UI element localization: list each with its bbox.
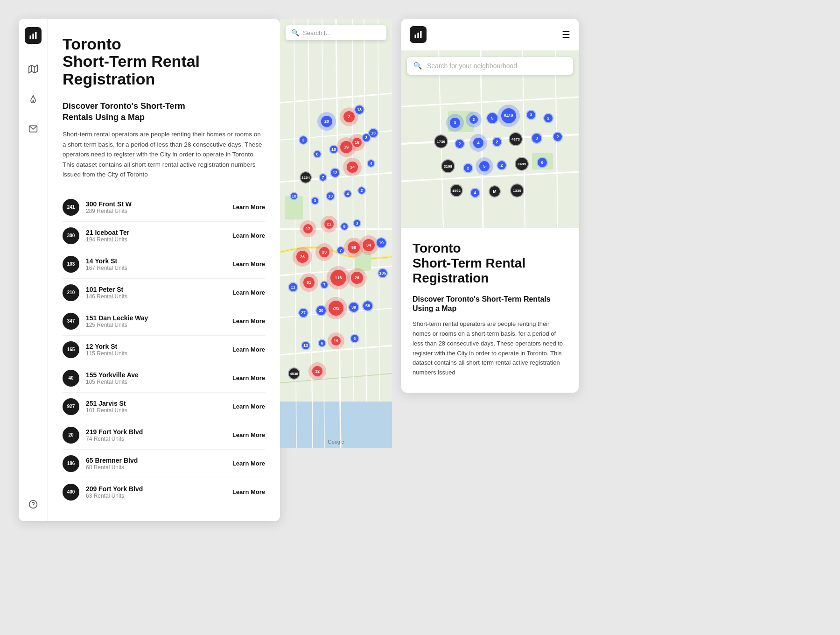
map-dot[interactable]: 27 [298,308,308,318]
map-dot[interactable]: 8 [340,222,349,231]
map-dot[interactable]: 3 [353,219,361,227]
map-dot[interactable]: 13 [368,128,378,138]
map-dot[interactable]: 30 [315,305,327,316]
map-dot[interactable]: 11 [288,282,298,292]
mobile-map-dot[interactable]: 2 [553,132,563,142]
map-dot[interactable]: 26 [295,250,309,264]
map-search-bar[interactable]: 🔍 Search f... [286,25,386,40]
map-dot[interactable]: 13 [326,191,335,201]
sidebar-item-map[interactable] [25,61,42,78]
learn-more-link[interactable]: Learn More [232,318,265,325]
sidebar-item-help[interactable] [25,496,42,513]
learn-more-link[interactable]: Learn More [232,431,265,438]
mobile-map-dot[interactable]: 2 [455,139,465,149]
mobile-map-dot[interactable]: 1736 [434,134,448,148]
map-dot[interactable]: 58 [347,240,361,254]
mobile-map-dot[interactable]: 4673 [509,132,523,146]
mobile-map-dot[interactable]: 3 [531,133,542,144]
map-dot[interactable]: 4 [367,159,375,168]
map-dot[interactable]: 2 [357,186,366,195]
map-dot[interactable]: 4538 [288,367,300,380]
learn-more-link[interactable]: Learn More [232,261,265,268]
map-dot[interactable]: 3254 [300,171,312,183]
learn-more-link[interactable]: Learn More [232,488,265,495]
learn-more-link[interactable]: Learn More [232,403,265,410]
learn-more-link[interactable]: Learn More [232,232,265,239]
map-dot[interactable]: 7 [336,246,345,254]
mobile-map-dot[interactable]: 5418 [500,107,517,124]
map-dot[interactable]: 105 [378,268,388,278]
map-dot[interactable]: 10 [329,145,338,154]
learn-more-link[interactable]: Learn More [232,204,265,211]
map-dot[interactable]: 7 [319,173,327,182]
mobile-map-dot[interactable]: M [489,185,501,198]
map-dot[interactable]: 16 [351,137,363,148]
svg-rect-1 [32,34,34,39]
mobile-map-dot[interactable]: 3 [449,117,461,129]
learn-more-link[interactable]: Learn More [232,374,265,381]
map-dot[interactable]: 17 [302,223,314,234]
map-dot[interactable]: 4 [343,190,352,198]
mobile-map-dot[interactable]: 2 [469,114,479,125]
list-item: 347 151 Dan Leckie Way 125 Rental Units … [63,307,265,335]
mobile-map-dot[interactable]: 2 [543,113,553,123]
hamburger-menu[interactable]: ☰ [562,29,570,40]
map-dot[interactable]: 39 [348,302,359,313]
sidebar-item-mail[interactable] [25,120,42,137]
learn-more-link[interactable]: Learn More [232,346,265,353]
sidebar-item-fire[interactable] [25,91,42,107]
mobile-search-icon: 🔍 [413,62,422,70]
mobile-map-dot[interactable]: 4 [472,137,484,149]
listing-info: 101 Peter St 146 Rental Units [86,286,232,300]
map-dot[interactable]: 3 [299,135,308,145]
map-dot[interactable]: 13 [354,105,364,115]
mobile-logo[interactable] [410,26,427,43]
mobile-map-dot[interactable]: 5 [478,160,490,172]
map-dot[interactable]: 2 [343,110,356,123]
learn-more-link[interactable]: Learn More [232,289,265,296]
map-dot[interactable]: 7 [320,281,329,289]
map-dot[interactable]: 51 [302,276,315,289]
listing-badge: 400 [63,484,79,501]
map-dot[interactable]: 34 [346,161,359,174]
mobile-map-dot[interactable]: 2 [492,137,502,147]
svg-rect-0 [29,35,31,39]
mobile-map-dot[interactable]: 2499 [515,157,529,171]
listing-name: 101 Peter St [86,286,232,293]
svg-rect-30 [420,31,421,38]
mobile-map-dot[interactable]: 2 [497,160,507,170]
sidebar-logo[interactable] [25,27,42,44]
map-dot[interactable]: 19 [330,335,342,346]
learn-more-link[interactable]: Learn More [232,460,265,467]
listing-name: 65 Bremner Blvd [86,457,232,464]
map-dot[interactable]: 6 [318,339,326,347]
mobile-map-dot[interactable]: 4 [470,188,480,198]
list-item: 20 219 Fort York Blvd 74 Rental Units Le… [63,421,265,449]
mobile-map-dot[interactable]: 1592 [450,184,463,197]
section-subtitle: Discover Toronto's Short-TermRentals Usi… [63,101,265,123]
mobile-map-dot[interactable]: 6 [537,157,548,168]
map-dot[interactable]: 12 [330,168,340,178]
map-dot[interactable]: 202 [328,300,344,317]
mobile-map-dot[interactable]: 5 [486,112,498,124]
mobile-map-dot[interactable]: 3198 [441,159,455,173]
map-dot[interactable]: 21 [323,219,335,230]
map-dot[interactable]: 8 [313,150,322,158]
map-dot[interactable]: 19 [376,237,387,248]
map-dot[interactable]: 34 [362,238,376,252]
map-dot[interactable]: 26 [350,271,364,285]
map-dot[interactable]: 18 [290,192,298,200]
map-dot[interactable]: 23 [318,246,330,258]
map-dot[interactable]: 116 [329,269,347,287]
map-dot[interactable]: 58 [362,300,373,311]
map-dot[interactable]: 6 [350,334,359,343]
map-dot[interactable]: 3 [311,197,319,205]
map-dot[interactable]: 20 [320,115,333,128]
mobile-map-dot[interactable]: 2 [463,163,473,173]
map-panel: 🔍 Search f... 20 2 13 3 8 10 19 16 3 13 … [280,19,392,448]
mobile-map-search[interactable]: 🔍 Search for your neighbourhood [407,57,573,75]
map-dot[interactable]: 32 [311,365,323,377]
map-dot[interactable]: 13 [301,341,310,350]
mobile-map-dot[interactable]: 1339 [510,183,524,198]
mobile-map-dot[interactable]: 3 [526,110,536,120]
